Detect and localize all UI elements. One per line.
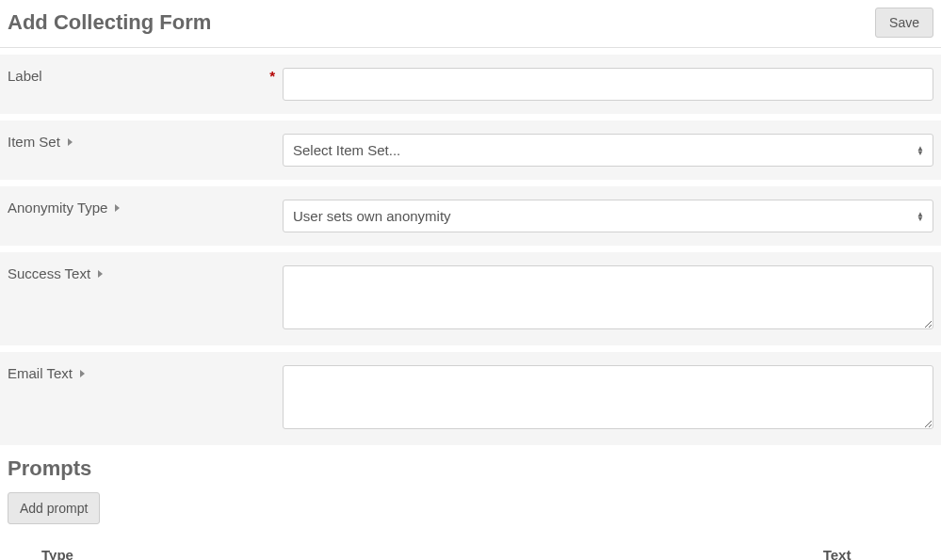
column-header-type: Type <box>8 537 818 560</box>
add-prompt-button[interactable]: Add prompt <box>8 492 100 524</box>
prompts-heading: Prompts <box>0 451 941 492</box>
label-text: Item Set <box>8 134 60 150</box>
field-label-success-text: Success Text <box>8 265 283 281</box>
label-text: Label <box>8 68 42 84</box>
label-text: Anonymity Type <box>8 200 107 216</box>
field-row-email-text: Email Text <box>0 351 941 445</box>
save-button[interactable]: Save <box>875 8 933 38</box>
column-header-text: Text <box>818 537 933 560</box>
caret-right-icon[interactable] <box>68 138 73 146</box>
field-row-item-set: Item Set Select Item Set... ▲▼ <box>0 120 941 180</box>
anonymity-select[interactable]: User sets own anonymity <box>283 200 933 232</box>
field-label-anonymity: Anonymity Type <box>8 200 283 216</box>
caret-right-icon[interactable] <box>115 204 120 212</box>
required-asterisk-icon: * <box>269 68 275 84</box>
label-text: Success Text <box>8 265 90 281</box>
email-text-textarea[interactable] <box>283 365 933 429</box>
prompts-section: Add prompt Type Text Item Property [dcte… <box>0 492 941 560</box>
label-input[interactable] <box>283 68 933 101</box>
page-title: Add Collecting Form <box>8 10 211 35</box>
field-row-success-text: Success Text <box>0 251 941 345</box>
caret-right-icon[interactable] <box>80 370 85 377</box>
prompts-table: Type Text Item Property [dcterms:title] <box>8 537 933 560</box>
form-section: Label * Item Set Select Item Set... ▲▼ <box>0 54 941 445</box>
field-row-anonymity: Anonymity Type User sets own anonymity ▲… <box>0 185 941 246</box>
field-label-label: Label * <box>8 68 283 84</box>
item-set-select[interactable]: Select Item Set... <box>283 134 933 167</box>
field-label-item-set: Item Set <box>8 134 283 150</box>
page-header: Add Collecting Form Save <box>0 0 941 48</box>
field-label-email-text: Email Text <box>8 365 283 381</box>
field-row-label: Label * <box>0 54 941 114</box>
label-text: Email Text <box>8 365 73 381</box>
success-text-textarea[interactable] <box>283 265 933 329</box>
caret-right-icon[interactable] <box>98 270 103 278</box>
